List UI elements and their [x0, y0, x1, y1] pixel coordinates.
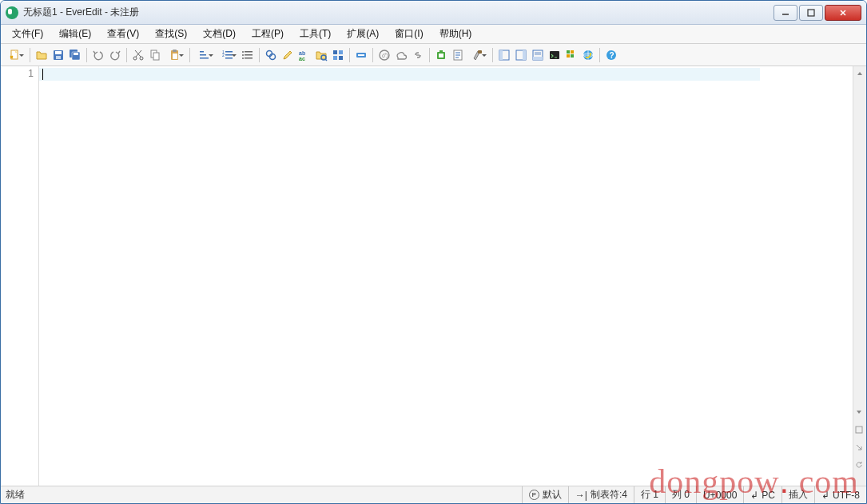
save-button[interactable] — [50, 47, 66, 63]
svg-rect-39 — [339, 50, 343, 54]
status-unicode[interactable]: U+0000 — [696, 486, 743, 503]
panel-right-button[interactable] — [513, 47, 529, 63]
build-button[interactable] — [467, 47, 489, 63]
browser-button[interactable] — [580, 47, 596, 63]
svg-text:ac: ac — [299, 56, 305, 62]
menu-search[interactable]: 查找(S) — [147, 25, 195, 43]
edit-pencil-button[interactable] — [280, 47, 296, 63]
redo-button[interactable] — [107, 47, 123, 63]
svg-rect-40 — [333, 56, 337, 60]
status-col[interactable]: 列 0 — [665, 486, 696, 503]
encoding-arrow-icon: ↲ — [821, 490, 829, 501]
terminal-button[interactable] — [547, 47, 563, 63]
line-gutter: 1 — [1, 66, 39, 486]
menu-view[interactable]: 查看(V) — [99, 25, 147, 43]
svg-point-30 — [242, 54, 244, 56]
svg-rect-1 — [808, 10, 814, 16]
svg-rect-53 — [499, 50, 503, 60]
list-button[interactable] — [240, 47, 256, 63]
cloud-button[interactable] — [393, 47, 409, 63]
statusbar: 就绪 P 默认 →| 制表符:4 行 1 列 0 U+0000 ↲ PC 插入 … — [1, 486, 866, 503]
arrow-icon[interactable] — [854, 442, 864, 452]
menu-document[interactable]: 文档(D) — [195, 25, 244, 43]
status-insert[interactable]: 插入 — [781, 486, 814, 503]
refresh-icon[interactable] — [854, 460, 864, 470]
menu-help[interactable]: 帮助(H) — [432, 25, 480, 43]
svg-rect-7 — [56, 56, 61, 59]
svg-text:?: ? — [610, 51, 614, 60]
minimap-icon[interactable] — [854, 425, 864, 435]
menu-file[interactable]: 文件(F) — [4, 25, 51, 43]
status-line[interactable]: 行 1 — [634, 486, 665, 503]
status-encoding[interactable]: ↲ UTF-8 — [814, 486, 866, 503]
status-default[interactable]: P 默认 — [522, 486, 568, 503]
menubar: 文件(F) 编辑(E) 查看(V) 查找(S) 文档(D) 工程(P) 工具(T… — [1, 25, 866, 44]
copy-button[interactable] — [147, 47, 163, 63]
sort-button[interactable] — [193, 47, 216, 63]
titlebar[interactable]: 无标题1 - EverEdit - 未注册 — [1, 1, 866, 25]
maximize-button[interactable] — [799, 5, 823, 21]
find-in-files-button[interactable] — [313, 47, 329, 63]
svg-line-37 — [325, 59, 327, 61]
svg-rect-28 — [245, 58, 253, 59]
script-button[interactable] — [450, 47, 466, 63]
svg-rect-48 — [439, 54, 443, 58]
panel-bottom-button[interactable] — [530, 47, 546, 63]
cut-button[interactable] — [130, 47, 146, 63]
menu-tools[interactable]: 工具(T) — [292, 25, 339, 43]
menu-window[interactable]: 窗口(I) — [387, 25, 431, 43]
svg-text:の: の — [382, 52, 388, 59]
p-icon: P — [529, 490, 539, 500]
svg-rect-60 — [571, 50, 574, 54]
link-button[interactable] — [410, 47, 426, 63]
text-caret — [42, 69, 43, 80]
plugin-button[interactable] — [433, 47, 449, 63]
save-all-button[interactable] — [67, 47, 83, 63]
list-order-button[interactable]: 12 — [217, 47, 239, 63]
svg-rect-19 — [200, 54, 206, 56]
svg-rect-57 — [533, 57, 543, 60]
tab-arrow-icon: →| — [575, 490, 587, 501]
bookmark-button[interactable] — [353, 47, 369, 63]
svg-rect-16 — [173, 50, 177, 52]
svg-rect-22 — [225, 54, 233, 56]
current-line-highlight — [39, 68, 760, 81]
svg-text:2: 2 — [222, 53, 225, 58]
svg-point-12 — [140, 57, 143, 60]
svg-rect-59 — [567, 50, 570, 54]
menu-extensions[interactable]: 扩展(A) — [339, 25, 387, 43]
status-encoding-label: UTF-8 — [833, 490, 860, 501]
scroll-up-icon[interactable] — [853, 66, 866, 80]
svg-rect-67 — [856, 427, 862, 433]
status-ready: 就绪 — [1, 488, 522, 502]
paste-button[interactable] — [164, 47, 186, 63]
svg-rect-55 — [523, 50, 526, 60]
scroll-down-icon[interactable] — [854, 407, 864, 417]
highlight-button[interactable] — [330, 47, 346, 63]
svg-point-31 — [242, 58, 244, 59]
menu-project[interactable]: 工程(P) — [244, 25, 292, 43]
encoding-button[interactable]: の — [376, 47, 392, 63]
minimize-button[interactable] — [774, 5, 797, 21]
panel-left-button[interactable] — [496, 47, 512, 63]
svg-rect-17 — [173, 54, 177, 59]
close-button[interactable] — [825, 5, 861, 21]
undo-button[interactable] — [90, 47, 106, 63]
svg-rect-10 — [74, 53, 78, 55]
help-button[interactable]: ? — [603, 47, 619, 63]
svg-rect-20 — [200, 58, 209, 59]
text-editor[interactable] — [39, 66, 853, 486]
find-button[interactable] — [263, 47, 279, 63]
menu-edit[interactable]: 编辑(E) — [51, 25, 99, 43]
svg-point-11 — [133, 57, 137, 60]
new-file-button[interactable] — [4, 47, 26, 63]
replace-button[interactable]: abac — [296, 47, 312, 63]
svg-point-33 — [270, 54, 276, 59]
status-tab[interactable]: →| 制表符:4 — [568, 486, 634, 503]
vertical-scrollbar[interactable] — [853, 66, 866, 486]
status-lineend[interactable]: ↲ PC — [743, 486, 781, 503]
open-file-button[interactable] — [34, 47, 50, 63]
svg-point-29 — [242, 51, 244, 53]
grid-button[interactable] — [563, 47, 579, 63]
svg-rect-41 — [339, 56, 343, 60]
